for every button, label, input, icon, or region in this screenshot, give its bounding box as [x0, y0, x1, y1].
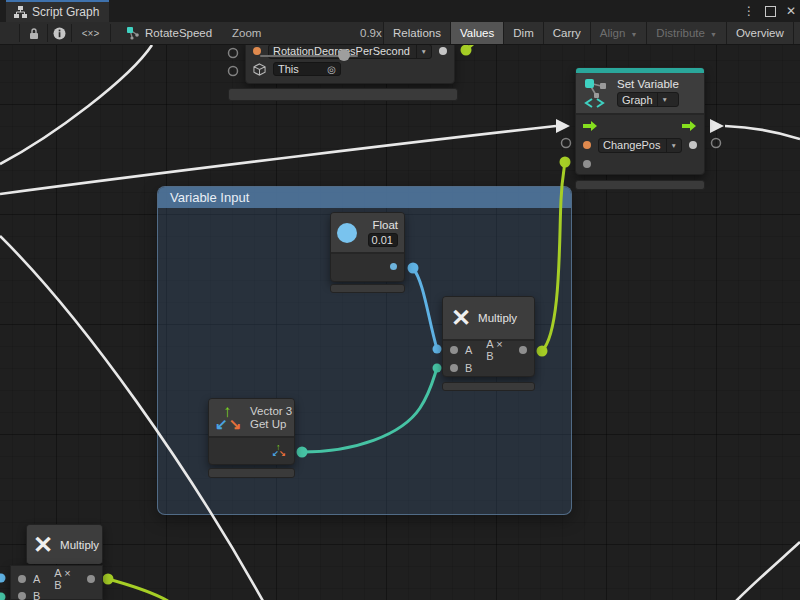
port-label-a: A [465, 344, 472, 356]
node-title: Vector 3 [250, 405, 292, 417]
scope-label: Graph [622, 94, 653, 106]
float-value-input[interactable]: 0.01 [368, 233, 398, 247]
zoom-label: Zoom [232, 27, 261, 39]
object-picker-icon[interactable]: ◎ [327, 64, 336, 75]
toolbar-button-carry[interactable]: Carry [543, 22, 590, 44]
vector3-icon: ↑ ↙ ↘ [215, 403, 243, 433]
vector3-output-port[interactable]: ↑ ↙ ↘ [272, 444, 287, 459]
graph-toolbar: <×> RotateSpeed Zoom 0.9x Relations Valu… [0, 22, 800, 45]
toolbar-button-align[interactable]: Align▼ [590, 22, 647, 44]
input-port-a[interactable] [18, 575, 26, 583]
toolbar-button-distribute[interactable]: Distribute▼ [646, 22, 726, 44]
node-float-footer[interactable] [330, 284, 405, 293]
chevron-down-icon: ▼ [416, 45, 427, 58]
graph-name-label: RotateSpeed [145, 27, 212, 39]
code-icon: <×> [82, 28, 100, 39]
group-header[interactable]: Variable Input [158, 187, 571, 208]
window-menu-icon[interactable]: ⋮ [743, 5, 755, 17]
value-port-dot[interactable] [583, 160, 591, 168]
value-port-dot[interactable] [253, 47, 261, 55]
lock-icon [28, 27, 40, 40]
value-port-dot[interactable] [439, 47, 447, 55]
toolbar-button-values[interactable]: Values [450, 22, 503, 44]
input-port-a[interactable] [450, 346, 458, 354]
script-graph-icon [14, 6, 27, 18]
chevron-down-icon: ▼ [710, 31, 717, 38]
multiply-icon: ✕ [451, 306, 471, 330]
port-label-result: A × B [486, 338, 512, 362]
window-maximize-icon[interactable] [765, 6, 776, 17]
variable-name-dropdown[interactable]: ChangePos ▼ [598, 138, 682, 153]
lock-button[interactable] [21, 22, 47, 44]
zoom-slider-handle[interactable] [338, 49, 350, 61]
node-title: Float [372, 219, 398, 231]
value-port-dot[interactable] [689, 141, 697, 149]
title-bar: Script Graph ⋮ ✕ [0, 0, 800, 22]
input-port-b[interactable] [18, 592, 26, 600]
info-button[interactable] [47, 22, 71, 44]
node-title: Multiply [60, 539, 99, 551]
float-value: 0.01 [372, 234, 393, 246]
tab-title: Script Graph [32, 5, 99, 19]
node-subtitle: Get Up [250, 418, 292, 430]
node-vector3-footer[interactable] [208, 468, 295, 478]
toolbar-button-relations[interactable]: Relations [383, 22, 450, 44]
node-title: Multiply [478, 312, 517, 324]
chevron-down-icon: ▼ [657, 93, 668, 106]
node-set-variable-footer[interactable] [575, 180, 705, 190]
node-set-variable[interactable]: Set Variable Graph ▼ ChangePos ▼ [575, 67, 705, 175]
port-label-b: B [33, 590, 40, 600]
group-title: Variable Input [170, 190, 249, 205]
output-port[interactable] [87, 575, 95, 583]
toolbar-button-dim[interactable]: Dim [503, 22, 542, 44]
float-value-icon [337, 223, 357, 243]
graph-asset-icon [126, 26, 140, 40]
zoom-value-wrap: 0.9x [360, 22, 382, 44]
zoom-label-wrap: Zoom [232, 22, 261, 44]
breadcrumb[interactable]: RotateSpeed [126, 22, 212, 44]
port-label-b: B [465, 362, 472, 374]
variable-name-label: ChangePos [603, 139, 662, 151]
toolbar-button-overview[interactable]: Overview [726, 22, 793, 44]
flow-input-arrow[interactable] [583, 120, 598, 132]
tab-script-graph[interactable]: Script Graph [6, 0, 109, 22]
chevron-down-icon: ▼ [630, 31, 637, 38]
port-label-result: A × B [54, 567, 80, 591]
node-multiply-bottom-body[interactable]: A A × B B [10, 565, 103, 600]
set-variable-icon [584, 78, 610, 108]
output-port[interactable] [519, 346, 527, 354]
script-graph-window: Variable Input [0, 0, 800, 600]
float-output-port[interactable] [390, 263, 397, 270]
target-field[interactable]: This ◎ [273, 62, 341, 76]
node-vector3-get-up[interactable]: ↑ ↙ ↘ Vector 3 Get Up ↑ ↙ ↘ [208, 398, 295, 465]
multiply-icon: ✕ [33, 533, 53, 557]
node-float[interactable]: Float 0.01 [330, 212, 405, 282]
node-variable-get-footer[interactable] [228, 88, 458, 101]
value-port-dot[interactable] [583, 141, 591, 149]
window-close-icon[interactable]: ✕ [786, 5, 796, 17]
zoom-value: 0.9x [360, 27, 382, 39]
node-variable-get[interactable]: RotationDegreesPerSecond ▼ This ◎ [245, 40, 455, 84]
port-label-a: A [33, 573, 40, 585]
target-label: This [278, 63, 327, 75]
node-multiply[interactable]: ✕ Multiply A A × B B [442, 296, 535, 377]
flow-output-arrow[interactable] [682, 120, 697, 132]
code-view-button[interactable]: <×> [71, 22, 110, 44]
node-title: Set Variable [617, 78, 679, 90]
node-multiply-footer[interactable] [442, 382, 535, 391]
chevron-down-icon: ▼ [666, 139, 677, 152]
input-port-b[interactable] [450, 364, 458, 372]
toolbar-button-full-screen[interactable]: Full Screen [793, 22, 800, 44]
variable-scope-dropdown[interactable]: Graph ▼ [617, 92, 679, 107]
gameobject-cube-icon [253, 63, 266, 76]
node-multiply-bottom-header[interactable]: ✕ Multiply [26, 524, 103, 563]
info-icon [53, 27, 66, 40]
